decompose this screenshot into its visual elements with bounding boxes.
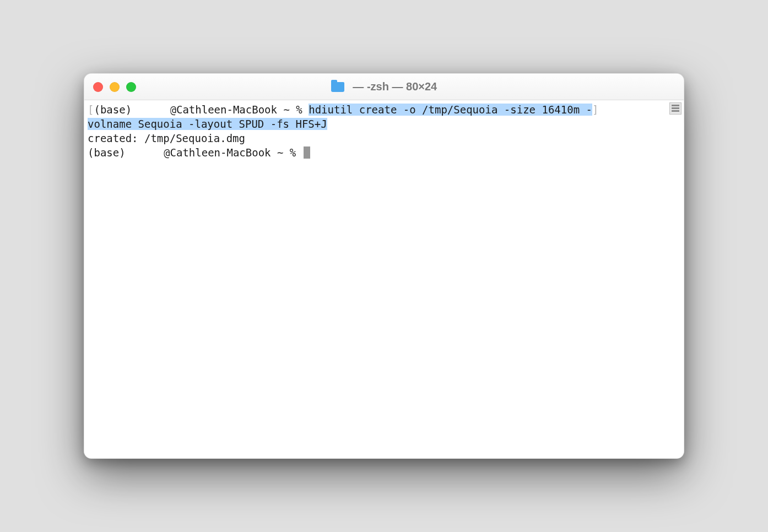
folder-icon [331, 82, 344, 92]
terminal-line-4: (base) @Cathleen-MacBook ~ % [88, 145, 680, 160]
redacted-username-2 [132, 148, 164, 159]
minimize-icon[interactable] [110, 82, 120, 92]
terminal-body[interactable]: [(base) @Cathleen-MacBook ~ % hdiutil cr… [84, 100, 684, 458]
selected-command-b: volname Sequoia -layout SPUD -fs HFS+J [88, 118, 327, 130]
scroll-indicator-icon[interactable] [669, 102, 682, 115]
terminal-line-1: [(base) @Cathleen-MacBook ~ % hdiutil cr… [88, 102, 680, 117]
terminal-line-3: created: /tmp/Sequoia.dmg [88, 131, 680, 145]
close-icon[interactable] [93, 82, 103, 92]
redacted-username [138, 105, 170, 116]
bracket-close: ] [592, 104, 598, 116]
prompt-suffix: @Cathleen-MacBook ~ % [170, 104, 309, 116]
terminal-line-2: volname Sequoia -layout SPUD -fs HFS+J [88, 117, 680, 131]
selected-command-a: hdiutil create -o /tmp/Sequoia -size 164… [309, 104, 592, 116]
cursor-icon [304, 146, 310, 159]
bracket-open: [ [88, 104, 94, 116]
zoom-icon[interactable] [126, 82, 136, 92]
terminal-window: — -zsh — 80×24 [(base) @Cathleen-MacBook… [84, 73, 684, 459]
prompt-suffix-2: @Cathleen-MacBook ~ % [164, 146, 302, 159]
window-title: — -zsh — 80×24 [350, 80, 437, 93]
title-area: — -zsh — 80×24 [84, 80, 684, 93]
prompt-prefix: (base) [94, 104, 138, 116]
prompt-prefix-2: (base) [88, 146, 132, 159]
traffic-lights [93, 82, 136, 92]
titlebar[interactable]: — -zsh — 80×24 [84, 74, 684, 100]
